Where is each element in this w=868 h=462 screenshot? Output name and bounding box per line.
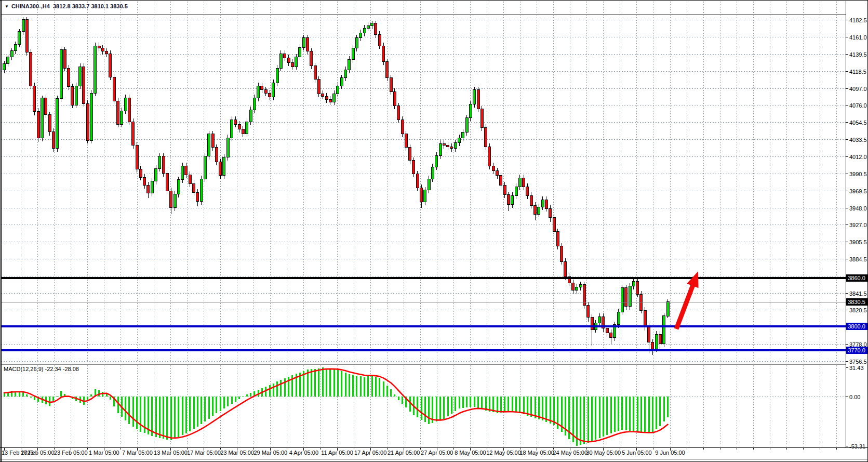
- candle-body-down: [291, 63, 293, 67]
- candle-body-up: [576, 287, 578, 290]
- price-tick-label: 3841.5: [849, 291, 867, 297]
- candle-body-up: [94, 46, 97, 93]
- time-label: 23 Mar 05:00: [220, 450, 254, 456]
- price-tick-label: 3948.0: [849, 205, 867, 212]
- candle-body-up: [276, 68, 278, 83]
- candle-body-up: [473, 90, 476, 104]
- price-tick-label: 3884.5: [849, 256, 867, 262]
- candle-body-down: [375, 23, 377, 35]
- candle-body-down: [242, 129, 244, 134]
- time-label: 30 May 05:00: [586, 450, 621, 456]
- annotation-arrow-head[interactable]: [687, 271, 698, 288]
- annotation-arrow-shaft[interactable]: [676, 284, 693, 329]
- candle-body-up: [279, 54, 282, 69]
- candle-body-down: [443, 143, 445, 145]
- candle-body-up: [155, 168, 157, 181]
- candle-body-up: [158, 156, 161, 168]
- price-tick-label: 3990.5: [849, 171, 867, 177]
- candle-body-down: [37, 112, 39, 138]
- candle-body-up: [3, 63, 6, 70]
- candle-body-up: [454, 143, 457, 149]
- price-tick-label: 3756.5: [849, 359, 867, 365]
- price-tick-label: 3820.5: [849, 307, 867, 313]
- candle-body-down: [215, 148, 218, 162]
- candle-body-up: [257, 86, 260, 98]
- candle-body-up: [579, 285, 582, 287]
- macd-tick-label: -53.31: [849, 443, 865, 450]
- candle-body-down: [405, 134, 407, 148]
- candle-body-up: [272, 83, 275, 97]
- candle-body-down: [166, 173, 168, 191]
- candle-body-down: [587, 306, 590, 318]
- candle-body-down: [325, 96, 328, 99]
- candle-body-up: [177, 180, 180, 194]
- price-tick-label: 4054.5: [849, 120, 867, 126]
- candle-body-up: [121, 111, 123, 124]
- price-label-box-text: 3770.0: [848, 347, 865, 353]
- candle-body-down: [549, 208, 552, 217]
- candle-body-down: [625, 288, 627, 306]
- candle-body-up: [435, 155, 438, 167]
- candle-body-down: [128, 98, 130, 122]
- candle-body-up: [124, 98, 127, 111]
- candle-body-up: [204, 156, 206, 179]
- candle-body-down: [534, 205, 537, 214]
- candle-body-down: [310, 51, 313, 66]
- candle-body-up: [333, 94, 336, 102]
- candle-body-down: [101, 48, 104, 51]
- candle-body-down: [117, 101, 119, 125]
- time-label: 11 Apr 05:00: [321, 450, 353, 456]
- candle-body-down: [306, 38, 309, 51]
- candle-body-down: [162, 156, 165, 173]
- candle-body-up: [511, 196, 514, 205]
- candle-body-down: [105, 51, 108, 54]
- candle-body-down: [132, 122, 135, 146]
- symbol-info-line: ▼ CHINA300-,H4 3812.8 3833.7 3810.1 3830…: [5, 3, 128, 9]
- candle-body-down: [485, 127, 487, 147]
- candle-body-down: [572, 283, 575, 291]
- candle-body-up: [439, 143, 442, 155]
- time-label: 21 Apr 05:00: [388, 450, 420, 456]
- candle-body-down: [488, 147, 491, 166]
- candle-body-up: [424, 190, 426, 202]
- candle-body-up: [18, 31, 21, 44]
- time-label: 29 Mar 05:00: [253, 450, 287, 456]
- time-label: 12 May 05:00: [486, 450, 521, 456]
- candle-body-down: [30, 52, 32, 86]
- price-tick-label: 4076.0: [849, 102, 867, 109]
- candle-body-up: [151, 181, 153, 193]
- candle-body-down: [25, 19, 28, 52]
- candle-body-down: [48, 115, 51, 131]
- candle-body-up: [458, 138, 461, 142]
- candle-body-up: [253, 98, 256, 110]
- time-label: 27 Apr 05:00: [421, 450, 453, 456]
- candle-body-down: [284, 54, 286, 58]
- candle-body-up: [428, 179, 430, 190]
- candle-body-up: [7, 57, 9, 63]
- time-label: 17 Apr 05:00: [354, 450, 386, 456]
- candle-body-up: [302, 38, 305, 48]
- candle-body-down: [234, 120, 237, 124]
- candle-body-down: [83, 67, 85, 103]
- candle-body-down: [189, 175, 191, 183]
- candle-body-up: [431, 167, 434, 179]
- price-tick-label: 3905.5: [849, 239, 867, 245]
- candle-body-up: [41, 98, 44, 138]
- candle-body-down: [496, 171, 499, 176]
- candle-body-down: [401, 120, 404, 134]
- candle-body-up: [352, 48, 354, 60]
- candle-body-down: [659, 334, 661, 344]
- candle-body-up: [518, 178, 521, 187]
- time-label: 18 May 05:00: [519, 450, 554, 456]
- candle-body-down: [648, 326, 650, 342]
- candle-body-up: [226, 138, 229, 157]
- candle-body-up: [181, 166, 184, 179]
- candle-body-down: [170, 191, 172, 207]
- candle-body-down: [644, 310, 646, 326]
- price-tick-label: 4161.0: [849, 34, 867, 41]
- candle-body-down: [610, 333, 612, 337]
- chart-canvas[interactable]: 4182.54161.04139.54118.54097.04076.04054…: [0, 0, 868, 462]
- candle-body-down: [261, 86, 263, 90]
- macd-tick-label: 31.43: [849, 365, 864, 371]
- candle-body-down: [386, 62, 389, 78]
